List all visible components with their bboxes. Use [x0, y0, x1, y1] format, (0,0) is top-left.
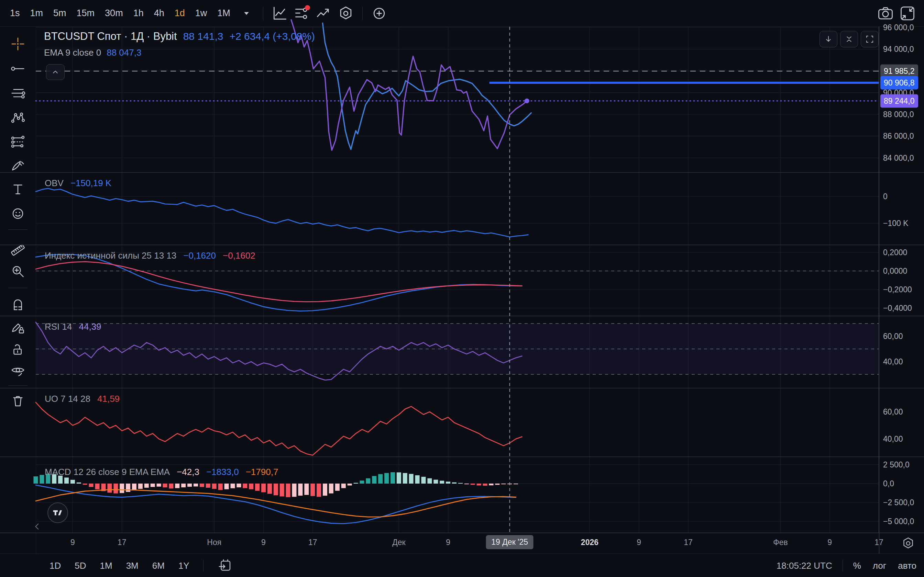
pane-buttons [819, 31, 879, 47]
ema-row[interactable]: EMA 9 close 0 88 047,3 [44, 47, 315, 58]
tsi-label-row[interactable]: Индекс истинной силы 25 13 13−0,1620−0,1… [45, 250, 255, 261]
macd-value: −42,3 [177, 467, 199, 477]
range-1Y[interactable]: 1Y [178, 561, 189, 571]
collapse-icon [844, 34, 854, 44]
chevron-up-icon [50, 67, 60, 77]
scale-label: −0,4000 [883, 304, 912, 313]
collapse-line-button[interactable] [46, 64, 65, 80]
scale-label: −0,2000 [883, 285, 912, 294]
scale-label: 94 000,0 [883, 45, 914, 54]
scale-label: 86 000,0 [883, 132, 914, 141]
scale-label: −5 000,0 [883, 517, 914, 526]
time-tick: Фев [773, 538, 788, 547]
last-price: 88 141,3 [183, 31, 223, 42]
scale-label: 40,00 [883, 434, 903, 443]
obv-value: −150,19 K [71, 178, 111, 189]
scale-label: 0 [883, 192, 888, 201]
toggle-%[interactable]: % [853, 561, 861, 571]
ema-value: 88 047,3 [107, 47, 141, 58]
rsi-indicator-name[interactable]: RSI 14 [45, 321, 72, 332]
tradingview-logo [52, 507, 64, 519]
tsi-value: −0,1620 [183, 250, 216, 261]
uo-indicator-name[interactable]: UO 7 14 28 [45, 393, 90, 404]
symbol-row[interactable]: BTCUSDT Спот · 1Д · Bybit 88 141,3 +2 63… [44, 30, 315, 43]
uo-value: 41,59 [97, 393, 120, 404]
time-tick: 9 [261, 538, 266, 547]
macd-indicator-name[interactable]: MACD 12 26 close 9 EMA EMA [45, 467, 170, 477]
scale-label: 84 000,0 [883, 153, 914, 163]
scale-label: 60,00 [883, 331, 903, 341]
range-6M[interactable]: 6M [152, 561, 165, 571]
axis-separator [879, 533, 879, 554]
time-tick: Ноя [207, 538, 221, 547]
symbol-title[interactable]: BTCUSDT Спот · 1Д · Bybit [44, 30, 177, 43]
scale-label: 40,00 [883, 357, 903, 366]
time-axis[interactable]: 917Ноя917Дек92026917Фев917 19 Дек '25 [0, 533, 924, 554]
time-tick: 17 [309, 538, 317, 547]
chevron-left-icon [32, 521, 43, 532]
range-5D[interactable]: 5D [74, 561, 86, 571]
time-tick: 2026 [581, 538, 598, 547]
range-1D[interactable]: 1D [50, 561, 61, 571]
macd-value: −1833,0 [206, 467, 239, 477]
scale-label: 96 000,0 [883, 23, 914, 32]
range-1M[interactable]: 1M [100, 561, 112, 571]
macd-label-row[interactable]: MACD 12 26 close 9 EMA EMA−42,3−1833,0−1… [45, 467, 278, 477]
collapse-button[interactable] [840, 31, 858, 47]
chevron-up-icon [50, 67, 60, 77]
scale-label: −100 K [883, 218, 908, 228]
time-tick: 9 [827, 538, 832, 547]
rsi-value: 44,39 [79, 321, 102, 332]
toggle-авто[interactable]: авто [898, 561, 916, 571]
price-badge-blue: 90 906,8 [880, 76, 918, 90]
chevron-left-icon[interactable] [32, 521, 43, 532]
gear-icon[interactable] [901, 536, 916, 551]
maximize-button[interactable] [861, 31, 879, 47]
crosshair-date-badge: 19 Дек '25 [486, 535, 533, 549]
time-tick: 9 [71, 538, 75, 547]
trading-terminal: 1s1m5m15m30m1h4h1d1w1M BTCUSDT Спот · 1Д… [0, 0, 924, 577]
gear-icon [901, 536, 916, 551]
scale-label: 88 000,0 [883, 110, 914, 119]
clock[interactable]: 18:05:22 UTC [777, 561, 832, 571]
uo-label-row[interactable]: UO 7 14 2841,59 [45, 393, 120, 404]
price-scale[interactable]: 96 000,094 000,090 000,088 000,086 000,0… [879, 27, 924, 533]
obv-label-row[interactable]: OBV−150,19 K [45, 178, 111, 189]
bottom-divider [843, 560, 843, 572]
rsi-label-row[interactable]: RSI 1444,39 [45, 321, 102, 332]
scale-label: −2 500,0 [883, 498, 914, 507]
scale-label: 0,0 [883, 479, 894, 488]
scale-label: 0,2000 [883, 248, 907, 257]
scale-label: 2 500,0 [883, 460, 909, 469]
bottom-bar: 1D5D1M3M6M1Y 18:05:22 UTC %логавто [0, 554, 924, 577]
toggle-лог[interactable]: лог [873, 561, 886, 571]
range-3M[interactable]: 3M [126, 561, 139, 571]
price-badge-violet: 89 244,0 [880, 94, 918, 108]
bottom-right: 18:05:22 UTC %логавто [777, 554, 916, 577]
move-down-icon [823, 34, 834, 44]
chart-canvas[interactable] [0, 0, 924, 577]
move-down-button[interactable] [819, 31, 837, 47]
time-tick: 9 [636, 538, 641, 547]
chart-header: BTCUSDT Спот · 1Д · Bybit 88 141,3 +2 63… [44, 30, 315, 58]
time-tick: 17 [684, 538, 693, 547]
time-tick: 9 [446, 538, 450, 547]
scale-label: 0,0000 [883, 266, 907, 276]
scale-label: 60,00 [883, 407, 903, 417]
macd-value: −1790,7 [246, 467, 278, 477]
go-to-date-icon[interactable] [217, 558, 233, 574]
go-to-date-icon [217, 558, 233, 574]
ema-label[interactable]: EMA 9 close 0 [44, 47, 101, 58]
maximize-icon [864, 34, 875, 44]
time-tick: Дек [392, 538, 405, 547]
tradingview-logo[interactable] [47, 503, 68, 523]
tsi-value: −0,1602 [223, 250, 255, 261]
price-change: +2 634,4 (+3,08%) [229, 31, 315, 42]
tsi-indicator-name[interactable]: Индекс истинной силы 25 13 13 [45, 250, 176, 261]
bottom-divider [203, 560, 204, 572]
range-list: 1D5D1M3M6M1Y [50, 554, 233, 577]
time-tick: 17 [118, 538, 126, 547]
scale-toggles: %логавто [853, 561, 916, 571]
obv-indicator-name[interactable]: OBV [45, 178, 64, 189]
